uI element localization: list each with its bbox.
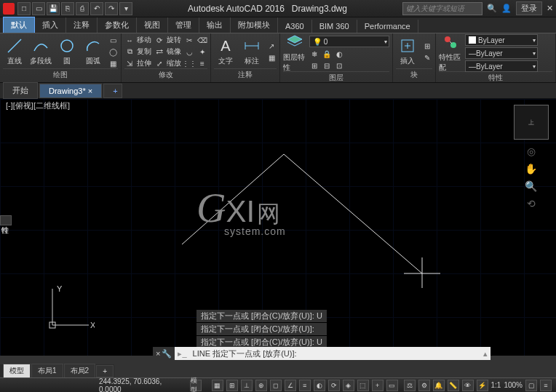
snap-toggle-icon[interactable]: ⊞ [226,380,238,391]
layer-combo[interactable]: 💡 0 [309,36,389,47]
table-button[interactable]: ▦ [266,52,277,63]
tab-default[interactable]: 默认 [3,17,35,33]
cmd-customize-icon[interactable]: 🔧 [162,349,172,359]
isolate-icon[interactable]: 👁 [462,380,474,391]
customize-status-icon[interactable]: ≡ [540,380,552,391]
nav-zoom-icon[interactable]: 🔍 [525,180,537,192]
match-properties-button[interactable]: 特性匹配 [439,33,462,73]
ucs-icon[interactable]: Y X [44,283,95,334]
text-button[interactable]: A 文字 [214,37,237,66]
units-icon[interactable]: 📏 [448,380,459,391]
layout-new-tab[interactable]: + [96,365,114,377]
nav-orbit-icon[interactable]: ⟲ [527,198,536,209]
line-button[interactable]: 直线 [3,37,26,66]
tab-annotate[interactable]: 注释 [66,17,98,33]
model-space-button[interactable]: 模型 [190,380,202,391]
app-icon[interactable] [3,3,15,15]
exchange-icon[interactable]: ✕ [547,4,553,13]
3dosnap-toggle-icon[interactable]: ◈ [343,380,354,391]
copy-button[interactable]: ⧉复制 [124,47,151,57]
offset-button[interactable]: ≡ [197,58,207,68]
filetab-drawing3[interactable]: Drawing3* × [39,84,102,98]
qat-undo-icon[interactable]: ↶ [90,2,103,15]
hatch-button[interactable]: ▦ [108,58,118,68]
layout1-tab[interactable]: 布局1 [31,364,63,378]
ortho-toggle-icon[interactable]: ⊥ [241,380,253,391]
qat-new-icon[interactable]: □ [17,2,31,15]
layout2-tab[interactable]: 布局2 [64,364,96,378]
filetab-start[interactable]: 开始 [3,82,38,99]
view-cube[interactable]: 上 [514,105,549,140]
qat-saveas-icon[interactable]: ⎘ [61,2,74,15]
model-tab[interactable]: 模型 [3,364,31,378]
dynamic-ucs-icon[interactable]: ⬚ [357,380,369,391]
tab-performance[interactable]: Performance [357,20,418,33]
clean-screen-icon[interactable]: ▢ [525,380,537,391]
tab-insert[interactable]: 插入 [35,17,66,33]
polyline-button[interactable]: 多段线 [29,37,52,66]
color-combo[interactable]: ByLayer [465,34,538,46]
cmd-close-icon[interactable]: × [156,349,160,358]
tab-output[interactable]: 输出 [199,17,231,33]
trim-button[interactable]: ✂ [184,35,194,45]
qat-print-icon[interactable]: ⎙ [76,2,89,15]
rect-button[interactable]: ▭ [108,35,118,45]
linetype-combo[interactable]: — ByLayer [465,60,538,72]
leader-button[interactable]: ↗ [266,41,277,51]
tab-addins[interactable]: 附加模块 [231,17,278,33]
annotation-scale-icon[interactable]: ⚖ [404,380,416,391]
command-line[interactable]: × 🔧 ▸_ LINE 指定下一点或 [放弃(U)]: ▴ [153,347,491,360]
explode-button[interactable]: ✦ [197,47,207,57]
viewport-label[interactable]: [-][俯视][二维线框] [6,100,70,111]
close-icon[interactable]: × [88,87,92,95]
workspace-icon[interactable]: ⚙ [418,380,430,391]
tab-bim360[interactable]: BIM 360 [312,20,357,33]
rotate-button[interactable]: ⟳旋转 [154,35,181,45]
mirror-button[interactable]: ⮂镜像 [154,47,181,57]
layer-state-icon-3[interactable]: ◐ [334,49,344,59]
qat-redo-icon[interactable]: ↷ [105,2,118,15]
infocenter-icon[interactable]: 🔍 [487,4,497,13]
otrack-toggle-icon[interactable]: ∠ [285,380,296,391]
scale-combo[interactable]: 1:1 [491,381,501,389]
tab-parametric[interactable]: 参数化 [98,17,137,33]
create-block-button[interactable]: ⊞ [422,41,432,51]
arc-button[interactable]: 圆弧 [82,37,105,66]
transparency-toggle-icon[interactable]: ◐ [314,380,325,391]
filetab-new[interactable]: + [103,84,122,98]
qat-dropdown-icon[interactable]: ▾ [119,2,132,15]
login-button[interactable]: 登录 [516,1,542,15]
layer-util-icon-2[interactable]: ⊟ [322,60,332,71]
layer-state-icon-1[interactable]: ❄ [309,49,319,59]
lineweight-combo[interactable]: — ByLayer [465,47,538,59]
fillet-button[interactable]: ◡ [184,47,194,57]
osnap-toggle-icon[interactable]: ◻ [270,380,282,391]
tab-manage[interactable]: 管理 [168,17,199,33]
layer-util-icon-3[interactable]: ⊡ [334,60,344,71]
layer-util-icon-1[interactable]: ⊞ [309,60,319,71]
command-input[interactable]: LINE 指定下一点或 [放弃(U)]: [190,348,480,359]
lineweight-toggle-icon[interactable]: ≡ [299,380,311,391]
grid-toggle-icon[interactable]: ▦ [212,380,223,391]
qat-save-icon[interactable]: 💾 [47,2,60,15]
polar-toggle-icon[interactable]: ⊕ [255,380,267,391]
properties-palette-tab[interactable]: 特性 [0,215,12,225]
dimension-button[interactable]: 标注 [240,37,263,66]
hardware-accel-icon[interactable]: ⚡ [477,380,488,391]
insert-block-button[interactable]: 插入 [396,37,419,66]
tab-view[interactable]: 视图 [137,17,168,33]
edit-block-button[interactable]: ✎ [422,52,432,63]
erase-button[interactable]: ⌫ [197,35,207,45]
ellipse-button[interactable]: ◯ [108,47,118,57]
nav-pan-icon[interactable]: ✋ [525,163,537,175]
layer-properties-button[interactable]: 图层特性 [283,33,306,73]
stretch-button[interactable]: ⇲拉伸 [124,58,151,68]
quick-props-icon[interactable]: ▭ [386,380,398,391]
tab-a360[interactable]: A360 [278,20,312,33]
array-button[interactable]: ⋮⋮ [184,58,194,68]
nav-wheel-icon[interactable]: ◎ [527,145,536,157]
move-button[interactable]: ↔移动 [124,35,151,45]
user-icon[interactable]: 👤 [501,4,512,13]
cmd-dropdown-icon[interactable]: ▴ [480,349,491,359]
coordinates-readout[interactable]: 244.3925, 70.6036, 0.0000 [99,377,184,393]
